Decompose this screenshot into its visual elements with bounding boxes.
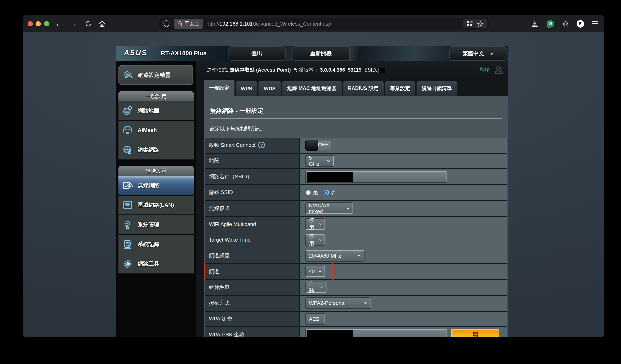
menu-button[interactable] — [589, 15, 601, 32]
field-label: 頻道頻寬 — [209, 252, 230, 259]
operation-mode-line: 運作模式: 無線存取點 (Access Point) 韌體版本： 3.0.0.4… — [207, 67, 385, 74]
wireless-icon — [122, 179, 134, 191]
sidebar-item-guest-network[interactable]: 訪客網路 — [119, 140, 194, 160]
home-button[interactable] — [96, 15, 108, 32]
wpa-psk-input[interactable] — [306, 329, 447, 337]
app-link[interactable]: App — [479, 66, 490, 72]
sidebar-item-network-tools[interactable]: 網路工具 — [119, 254, 194, 274]
wireless-tabs: 一般設定 WPS WDS 無線 MAC 地址過濾器 RADIUS 設定 專業設定… — [204, 80, 457, 96]
logout-button[interactable]: 登出 — [228, 46, 286, 61]
ssid-redaction — [379, 68, 385, 73]
agile-multiband-select[interactable]: 停用 — [306, 219, 325, 230]
select-value: 40 — [309, 269, 315, 275]
op-mode-link[interactable]: 無線存取點 (Access Point) — [230, 67, 291, 73]
tab-wds[interactable]: WDS — [259, 81, 281, 96]
tab-mac-filter[interactable]: 無線 MAC 地址過濾器 — [282, 81, 342, 96]
client-list-icon[interactable] — [494, 65, 504, 75]
reboot-button[interactable]: 重新開機 — [292, 46, 350, 61]
sidebar-item-system-log[interactable]: 系統記錄 — [119, 235, 194, 254]
sidebar-item-administration[interactable]: 系統管理 — [119, 215, 194, 234]
profile-avatar: E — [576, 20, 584, 27]
row-extension-channel: 延伸頻道 自動 — [205, 280, 507, 296]
screenshot-stage: ← → 不安全 — [0, 0, 621, 364]
help-icon[interactable]: ? — [258, 142, 265, 149]
minimize-window-button[interactable] — [36, 21, 41, 26]
toggle-knob — [305, 140, 318, 151]
ssid-label: SSID: — [364, 67, 377, 73]
smart-connect-toggle[interactable]: OFF — [306, 140, 331, 150]
sidebar-item-label: 區域網路(LAN) — [138, 201, 174, 209]
row-ssid: 網路名稱（SSID） — [205, 169, 507, 185]
field-label: Target Wake Time — [209, 237, 251, 243]
firmware-link[interactable]: 3.0.0.4.386_53119 — [320, 67, 361, 73]
browser-toolbar: ← → 不安全 — [23, 15, 604, 32]
language-dropdown[interactable]: 繁體中文 ▼ — [449, 46, 507, 61]
sidebar-item-label: 網路地圖 — [138, 107, 159, 114]
sidebar-item-aimesh[interactable]: AiMesh — [119, 121, 194, 140]
password-strength-badge: 弱 — [451, 329, 499, 337]
op-mode-label: 運作模式: — [207, 67, 228, 73]
screenshot-tiles-icon[interactable] — [466, 21, 473, 27]
select-value: N/AC/AX mixed — [309, 202, 342, 215]
address-text[interactable]: http://192.168.1.101/Advanced_Wireless_C… — [207, 18, 331, 30]
insecure-lock-icon — [177, 21, 182, 27]
chevron-down-icon: ▼ — [490, 51, 494, 56]
toggle-state: OFF — [318, 142, 328, 148]
grammarly-extension-button[interactable]: G — [544, 15, 556, 32]
forward-button[interactable]: → — [67, 15, 79, 32]
security-badge[interactable]: 不安全 — [174, 19, 203, 29]
tab-roaming-block[interactable]: 漫遊封鎖清單 — [416, 81, 457, 96]
tab-general[interactable]: 一般設定 — [204, 80, 234, 96]
target-wake-time-select[interactable]: 停用 — [306, 235, 325, 245]
row-auth-method: 授權方式 WPA2-Personal — [205, 296, 507, 311]
extensions-button[interactable] — [560, 15, 572, 32]
extension-channel-select[interactable]: 自動 — [306, 282, 327, 293]
router-model: RT-AX1800 Plus — [161, 50, 207, 56]
field-label: 網路名稱（SSID） — [209, 173, 252, 181]
sidebar-section-general: 一般設定 — [119, 91, 194, 101]
chevron-down-icon — [364, 302, 367, 304]
reload-button[interactable] — [82, 15, 94, 32]
wpa-encryption-select[interactable]: AES — [306, 314, 325, 324]
ssid-input[interactable] — [306, 171, 447, 182]
hamburger-icon — [592, 21, 598, 26]
sidebar-item-network-map[interactable]: 網路地圖 — [119, 101, 194, 120]
sidebar-item-quick-setup[interactable]: 網路設定精靈 — [119, 65, 193, 85]
sidebar-item-label: AiMesh — [138, 127, 157, 133]
wireless-mode-select[interactable]: N/AC/AX mixed — [306, 203, 353, 214]
select-value: 20/40/80 MHz — [309, 253, 341, 259]
back-button[interactable]: ← — [53, 15, 65, 32]
tab-radius[interactable]: RADIUS 設定 — [343, 81, 384, 96]
sidebar-item-lan[interactable]: 區域網路(LAN) — [119, 196, 194, 215]
close-window-button[interactable] — [28, 21, 33, 26]
hide-ssid-yes-radio[interactable] — [306, 190, 311, 195]
row-wireless-mode: 無線模式 N/AC/AX mixed — [205, 201, 507, 216]
sidebar-item-wireless[interactable]: 無線網路 — [119, 176, 194, 195]
tab-professional[interactable]: 專業設定 — [385, 81, 415, 96]
field-label: 啟動 Smart Connect — [209, 142, 256, 149]
title-divider — [210, 118, 502, 119]
chevron-down-icon — [321, 286, 323, 289]
channel-bandwidth-select[interactable]: 20/40/80 MHz — [306, 250, 364, 261]
tracking-shield-icon[interactable] — [163, 20, 170, 28]
bookmark-star-icon[interactable] — [477, 21, 484, 27]
zoom-window-button[interactable] — [44, 21, 49, 26]
band-select[interactable]: 5 GHz — [306, 156, 334, 166]
field-label: 授權方式 — [209, 300, 230, 307]
downloads-button[interactable] — [529, 15, 541, 32]
url-bar[interactable]: 不安全 http://192.168.1.101/Advanced_Wirele… — [159, 18, 489, 30]
hide-ssid-no-radio[interactable] — [324, 190, 329, 195]
row-agile-multiband: WiFi Agile Multiband 停用 — [205, 216, 507, 232]
chevron-down-icon — [319, 270, 322, 273]
channel-select[interactable]: 40 — [306, 266, 325, 277]
home-icon — [98, 20, 106, 27]
auth-method-select[interactable]: WPA2-Personal — [306, 298, 371, 309]
network-tools-icon — [122, 258, 134, 270]
row-channel: 頻道 40 — [205, 264, 507, 280]
url-path: /Advanced_Wireless_Content.asp — [253, 21, 331, 27]
tab-wps[interactable]: WPS — [236, 81, 258, 96]
sidebar-item-label: 系統管理 — [138, 221, 159, 228]
select-value: 停用 — [309, 217, 315, 232]
profile-button[interactable]: E — [574, 15, 586, 32]
guest-network-icon — [122, 144, 134, 156]
